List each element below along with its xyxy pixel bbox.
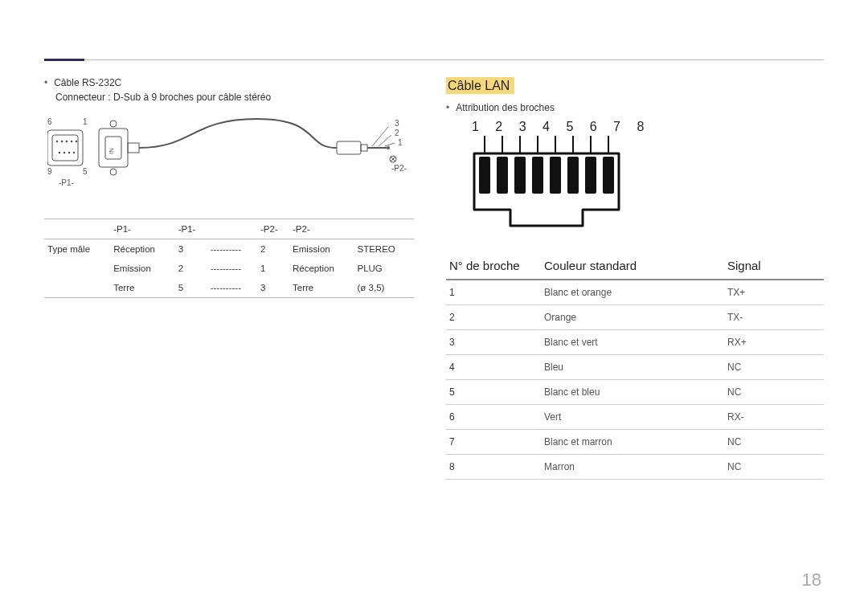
lan-row: 5 Blanc et bleu NC	[446, 380, 824, 405]
rs232-cell: Type mâle	[44, 239, 110, 260]
lan-cell: RX-	[724, 405, 824, 430]
plug-pin-2: 2	[395, 129, 399, 137]
rs232-cell: Terre	[110, 278, 174, 298]
page: Câble RS-232C Connecteur : D-Sub à 9 bro…	[0, 0, 868, 613]
svg-point-15	[110, 169, 117, 175]
rs232-cell: 3	[175, 239, 207, 260]
lan-row: 6 Vert RX-	[446, 405, 824, 430]
lan-cell: TX+	[724, 280, 824, 305]
rs232-cell: 2	[257, 239, 289, 260]
lan-cell: 3	[446, 330, 541, 355]
svg-point-20	[387, 146, 390, 149]
rs232-row: Type mâle Réception 3 ---------- 2 Emiss…	[44, 239, 414, 260]
svg-point-5	[71, 141, 73, 143]
lan-row: 4 Bleu NC	[446, 355, 824, 380]
lan-cell: Blanc et vert	[541, 330, 724, 355]
rs232-h-p1b: -P1-	[175, 219, 207, 239]
dsub-pin-5: 5	[83, 167, 88, 176]
rs232-cell: STEREO	[354, 239, 415, 260]
lan-cell: Marron	[541, 455, 724, 480]
rs232-cell: 3	[257, 278, 289, 298]
rs232-cell: (ø 3,5)	[354, 278, 415, 298]
rs232-cell: ----------	[207, 278, 257, 298]
rs232-h-p2a: -P2-	[257, 219, 289, 239]
lan-cell: NC	[724, 455, 824, 480]
svg-rect-38	[532, 157, 543, 194]
rs232-cell: Réception	[289, 259, 354, 278]
svg-rect-42	[603, 157, 614, 194]
lan-heading: Câble LAN	[446, 77, 514, 94]
svg-point-3	[61, 141, 63, 143]
svg-point-10	[73, 152, 76, 154]
dsub-pin-1: 1	[83, 117, 88, 126]
lan-cell: RX+	[724, 330, 824, 355]
rs232-cell	[44, 259, 110, 278]
lan-bullet: Attribution des broches	[446, 102, 824, 113]
svg-point-7	[59, 152, 61, 154]
top-rule	[44, 59, 824, 60]
lan-cell: 6	[446, 405, 541, 430]
lan-cell: Bleu	[541, 355, 724, 380]
rs232-h-p2b: -P2-	[289, 219, 354, 239]
rs232-svg: IN	[47, 112, 401, 193]
lan-row: 8 Marron NC	[446, 455, 824, 480]
svg-rect-1	[52, 135, 78, 161]
rj45-pin-numbers: 1 2 3 4 5 6 7 8	[472, 120, 824, 134]
left-column: Câble RS-232C Connecteur : D-Sub à 9 bro…	[44, 77, 414, 480]
lan-cell: 1	[446, 280, 541, 305]
svg-rect-41	[585, 157, 596, 194]
svg-rect-37	[514, 157, 526, 194]
accent-bar	[44, 59, 84, 61]
svg-rect-35	[479, 157, 490, 194]
rs232-bullet: Câble RS-232C	[44, 77, 414, 88]
lan-cell: TX-	[724, 305, 824, 330]
lan-row: 3 Blanc et vert RX+	[446, 330, 824, 355]
dsub-p1-label: -P1-	[59, 178, 74, 187]
svg-point-14	[110, 121, 117, 127]
rs232-row: Terre 5 ---------- 3 Terre (ø 3,5)	[44, 278, 414, 298]
lan-cell: 8	[446, 455, 541, 480]
rs232-cell: PLUG	[354, 259, 415, 278]
rj45-svg	[470, 136, 623, 232]
rs232-cell: ----------	[207, 239, 257, 260]
rs232-cell: Terre	[289, 278, 354, 298]
rs232-cell: Emission	[110, 259, 174, 278]
svg-point-6	[76, 141, 78, 143]
svg-rect-36	[497, 157, 508, 194]
svg-rect-16	[128, 143, 139, 153]
lan-table: N° de broche Couleur standard Signal 1 B…	[446, 252, 824, 480]
lan-h-pin: N° de broche	[446, 252, 541, 280]
svg-rect-18	[361, 145, 367, 151]
lan-cell: 5	[446, 380, 541, 405]
lan-cell: Vert	[541, 405, 724, 430]
svg-point-2	[56, 141, 59, 143]
lan-cell: Blanc et orange	[541, 280, 724, 305]
svg-rect-12	[105, 137, 121, 159]
svg-text:IN: IN	[108, 148, 115, 154]
right-column: Câble LAN Attribution des broches 1 2 3 …	[446, 77, 824, 480]
svg-line-23	[385, 143, 395, 146]
rs232-diagram: IN	[47, 112, 414, 209]
rs232-cell	[44, 278, 110, 298]
svg-rect-39	[550, 157, 561, 194]
lan-cell: Blanc et bleu	[541, 380, 724, 405]
dsub-pin-9: 9	[47, 167, 52, 176]
lan-row: 7 Blanc et marron NC	[446, 430, 824, 455]
svg-point-9	[68, 152, 71, 154]
plug-pin-3: 3	[395, 119, 399, 128]
dsub-pin-6: 6	[47, 117, 52, 126]
rs232-h-p1a: -P1-	[110, 219, 174, 239]
svg-point-8	[63, 152, 66, 154]
svg-line-21	[372, 127, 388, 146]
page-number: 18	[802, 570, 821, 591]
rs232-header-row: -P1- -P1- -P2- -P2-	[44, 219, 414, 239]
plug-pin-1: 1	[398, 138, 403, 147]
rs232-connector-text: Connecteur : D-Sub à 9 broches pour câbl…	[55, 92, 414, 103]
svg-point-4	[66, 141, 68, 143]
lan-cell: 2	[446, 305, 541, 330]
lan-cell: Orange	[541, 305, 724, 330]
lan-h-signal: Signal	[724, 252, 824, 280]
plug-p2-label: -P2-	[391, 164, 407, 173]
rs232-cell: 1	[257, 259, 289, 278]
lan-cell: 4	[446, 355, 541, 380]
